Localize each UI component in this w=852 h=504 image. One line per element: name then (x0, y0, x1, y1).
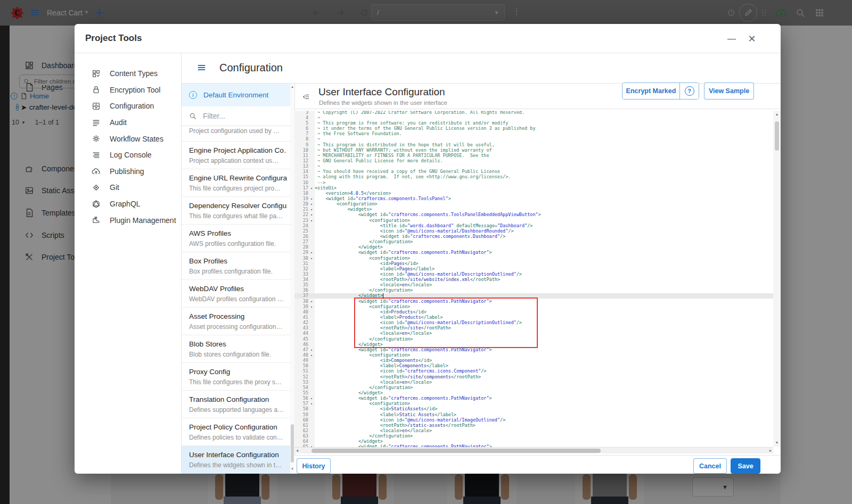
code-line-25[interactable]: 25 <icon id="@mui/icons-material/Dashboa… (294, 228, 773, 234)
code-line-52[interactable]: 52 <rootPath>/site/components</rootPath> (294, 374, 773, 379)
code-line-19[interactable]: 19▾ <widget id="craftercms.components.To… (294, 196, 773, 201)
view-sample-button[interactable]: View Sample (704, 82, 754, 100)
config-menu-icon[interactable] (196, 63, 207, 72)
code-line-39[interactable]: 39▾ <configuration> (294, 304, 773, 309)
code-line-8[interactable]: 8 ~ (294, 136, 773, 142)
dialog-nav-encryption-tool[interactable]: Encryption Tool (75, 82, 181, 98)
code-line-55[interactable]: 55 </widget> (294, 390, 773, 395)
code-line-30[interactable]: 30▾ <configuration> (294, 255, 773, 261)
code-line-47[interactable]: 47▾ <widget id="craftercms.components.Pa… (294, 347, 773, 352)
code-line-51[interactable]: 51 <icon id="craftercms.icons.Component"… (294, 368, 773, 374)
editor-vscrollbar[interactable]: ▲ ▼ (773, 111, 781, 447)
code-line-43[interactable]: 43 <rootPath>/site</rootPath> (294, 325, 773, 331)
code-line-3[interactable]: 3 ~ Copyright (C) 2007-2022 Crafter Soft… (294, 111, 773, 115)
code-line-29[interactable]: 29▾ <widget id="craftercms.components.Pa… (294, 250, 773, 255)
config-file-item[interactable]: Proxy ConfigThis file configures the pro… (182, 363, 290, 391)
config-file-item[interactable]: WebDAV ProfilesWebDAV profiles configura… (182, 280, 290, 308)
code-line-6[interactable]: 6 ~ it under the terms of the GNU Genera… (294, 126, 773, 131)
encrypt-marked-button[interactable]: Encrypt Marked (622, 83, 680, 99)
code-line-60[interactable]: 60 <icon id="@mui/icons-material/ImageOu… (294, 417, 773, 423)
code-line-63[interactable]: 63 </configuration> (294, 433, 773, 439)
config-file-item[interactable]: Engine Project Application Co…Project ap… (182, 142, 290, 169)
editor-vscroll-thumb[interactable] (775, 121, 779, 151)
config-file-item[interactable]: Dependency Resolver Configur…This file c… (182, 197, 290, 225)
dialog-nav-audit[interactable]: Audit (75, 114, 181, 131)
code-line-24[interactable]: 24 <title id="words.dashboard" defaultMe… (294, 223, 773, 228)
code-line-13[interactable]: 13 ~ (294, 163, 773, 169)
cancel-button[interactable]: Cancel (693, 458, 727, 474)
minimize-button[interactable]: — (725, 32, 738, 45)
code-line-5[interactable]: 5 ~ This program is free software: you c… (294, 120, 773, 126)
config-file-item[interactable]: Translation ConfigurationDefines support… (182, 391, 290, 418)
code-line-33[interactable]: 33 <icon id="@mui/icons-material/Descrip… (294, 271, 773, 277)
code-line-41[interactable]: 41 <label>Products</label> (294, 315, 773, 320)
save-button[interactable]: Save (731, 458, 760, 474)
fold-caret-icon[interactable]: ▾ (308, 444, 315, 447)
code-line-53[interactable]: 53 <locale>en</locale> (294, 379, 773, 385)
dialog-nav-workflow-states[interactable]: Workflow States (75, 130, 181, 147)
code-line-17[interactable]: 17▾<siteUi> (294, 185, 773, 191)
dialog-nav-log-console[interactable]: Log Console (75, 147, 181, 163)
code-line-44[interactable]: 44 <locale>en</locale> (294, 331, 773, 336)
list-scroll-thumb[interactable] (291, 424, 294, 462)
config-file-item[interactable]: Blob StoresBlob stores configuration fil… (182, 335, 290, 363)
code-line-10[interactable]: 10 ~ but WITHOUT ANY WARRANTY; without e… (294, 147, 773, 153)
code-line-26[interactable]: 26 <widget id="craftercms.components.Das… (294, 234, 773, 239)
code-line-38[interactable]: 38▾ <widget id="craftercms.components.Pa… (294, 299, 773, 304)
code-line-4[interactable]: 4 ~ (294, 115, 773, 120)
code-line-49[interactable]: 49 <id>Components</id> (294, 358, 773, 363)
code-line-62[interactable]: 62 <locale>en</locale> (294, 428, 773, 433)
config-file-item[interactable]: Project configuration used by … (182, 126, 290, 142)
code-line-9[interactable]: 9 ~ This program is distributed in the h… (294, 142, 773, 147)
config-file-item[interactable]: Box ProfilesBox profiles configuration f… (182, 252, 290, 280)
close-button[interactable]: ✕ (746, 32, 758, 45)
dialog-nav-graphql[interactable]: GraphQL (75, 196, 181, 212)
code-line-7[interactable]: 7 ~ the Free Software Foundation. (294, 131, 773, 136)
config-file-item[interactable]: Project Policy ConfigurationDefines poli… (182, 418, 290, 446)
editor-hscrollbar[interactable]: ◂ ▸ (294, 447, 773, 453)
code-line-27[interactable]: 27 </configuration> (294, 239, 773, 244)
code-line-23[interactable]: 23▾ <configuration> (294, 218, 773, 223)
dialog-nav-configuration[interactable]: Configuration (75, 98, 181, 114)
dialog-nav-publishing[interactable]: Publishing (75, 163, 181, 180)
scroll-down-icon[interactable]: ▼ (290, 467, 294, 470)
config-file-item[interactable]: Asset ProcessingAsset processing configu… (182, 308, 290, 335)
code-line-64[interactable]: 64 </widget> (294, 439, 773, 444)
code-line-31[interactable]: 31 <id>Pages</id> (294, 261, 773, 266)
code-line-40[interactable]: 40 <id>Products</id> (294, 309, 773, 315)
code-line-50[interactable]: 50 <label>Components</label> (294, 363, 773, 368)
code-line-48[interactable]: 48▾ <configuration> (294, 352, 773, 358)
list-scrollbar[interactable]: ▲ ▼ (290, 84, 294, 474)
config-file-item[interactable]: AWS ProfilesAWS profiles configuration f… (182, 225, 290, 252)
config-file-item[interactable]: User Interface ConfigurationDefines the … (182, 446, 290, 474)
collapse-panel-icon[interactable] (301, 93, 311, 101)
dialog-nav-content-types[interactable]: Content Types (75, 65, 181, 82)
code-line-21[interactable]: 21▾ <widgets> (294, 206, 773, 212)
code-line-56[interactable]: 56▾ <widget id="craftercms.components.Pa… (294, 395, 773, 401)
dialog-nav-git[interactable]: Git (75, 179, 181, 196)
code-line-15[interactable]: 15 ~ along with this program. If not, se… (294, 174, 773, 179)
editor-hscroll-thumb[interactable] (312, 449, 601, 453)
config-filter-input[interactable] (202, 111, 282, 121)
code-line-59[interactable]: 59 <label>Static Assets</label> (294, 412, 773, 417)
code-line-46[interactable]: 46 </widget> (294, 342, 773, 347)
code-line-18[interactable]: 18 <version>4.0.5</version> (294, 191, 773, 196)
code-editor[interactable]: 3 ~ Copyright (C) 2007-2022 Crafter Soft… (294, 111, 773, 447)
scroll-left-icon[interactable]: ◂ (296, 448, 298, 453)
config-file-item[interactable]: Engine URL Rewrite Configurat…This file … (182, 169, 290, 197)
code-line-16[interactable]: 16 --> (294, 180, 773, 185)
scroll-up-icon[interactable]: ▲ (773, 112, 781, 116)
dialog-nav-plugin-management[interactable]: Plugin Management (75, 212, 181, 228)
code-line-20[interactable]: 20▾ <configuration> (294, 201, 773, 206)
code-line-42[interactable]: 42 <icon id="@mui/icons-material/Descrip… (294, 320, 773, 325)
code-line-58[interactable]: 58 <id>StaticAssets</id> (294, 406, 773, 411)
scroll-right-icon[interactable]: ▸ (769, 448, 772, 453)
history-button[interactable]: History (297, 458, 331, 474)
code-line-45[interactable]: 45 </configuration> (294, 336, 773, 342)
code-line-12[interactable]: 12 ~ GNU General Public License for more… (294, 158, 773, 163)
code-line-37[interactable]: 37 </widget> (294, 293, 773, 298)
config-filter[interactable] (182, 106, 290, 126)
scroll-up-icon[interactable]: ▲ (290, 85, 294, 88)
code-line-32[interactable]: 32 <label>Pages</label> (294, 266, 773, 271)
code-line-22[interactable]: 22▾ <widget id="craftercms.components.To… (294, 212, 773, 217)
